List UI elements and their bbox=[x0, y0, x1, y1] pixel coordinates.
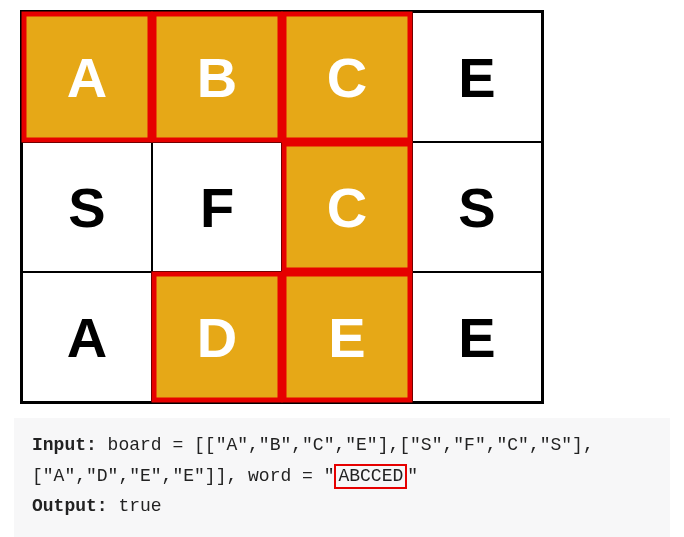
board-prefix: board = bbox=[97, 435, 194, 455]
cell-0-1: B bbox=[152, 12, 282, 142]
cell-2-2: E bbox=[282, 272, 412, 402]
output-value: true bbox=[108, 496, 162, 516]
cell-1-1: F bbox=[152, 142, 282, 272]
word-value: ABCCED bbox=[334, 464, 407, 490]
cell-0-3: E bbox=[412, 12, 542, 142]
board-grid: ABCESFCSADEE bbox=[20, 10, 544, 404]
cell-2-0: A bbox=[22, 272, 152, 402]
cell-1-3: S bbox=[412, 142, 542, 272]
board-text-line1: [["A","B","C","E"],["S","F","C","S"], bbox=[194, 435, 594, 455]
cell-2-1: D bbox=[152, 272, 282, 402]
cell-0-0: A bbox=[22, 12, 152, 142]
output-label: Output: bbox=[32, 496, 108, 516]
cell-1-0: S bbox=[22, 142, 152, 272]
io-block: Input: board = [["A","B","C","E"],["S","… bbox=[14, 418, 670, 537]
board-container: ABCESFCSADEE bbox=[20, 10, 550, 404]
input-label: Input: bbox=[32, 435, 97, 455]
io-output-line: Output: true bbox=[32, 491, 652, 522]
cell-1-2: C bbox=[282, 142, 412, 272]
quote-open: " bbox=[324, 466, 335, 486]
board-text-line2: ["A","D","E","E"]] bbox=[32, 466, 226, 486]
io-input-line1: Input: board = [["A","B","C","E"],["S","… bbox=[32, 430, 652, 461]
cell-0-2: C bbox=[282, 12, 412, 142]
quote-close: " bbox=[407, 466, 418, 486]
word-prefix: , word = bbox=[226, 466, 323, 486]
cell-2-3: E bbox=[412, 272, 542, 402]
io-input-line2: ["A","D","E","E"]], word = "ABCCED" bbox=[32, 461, 652, 492]
